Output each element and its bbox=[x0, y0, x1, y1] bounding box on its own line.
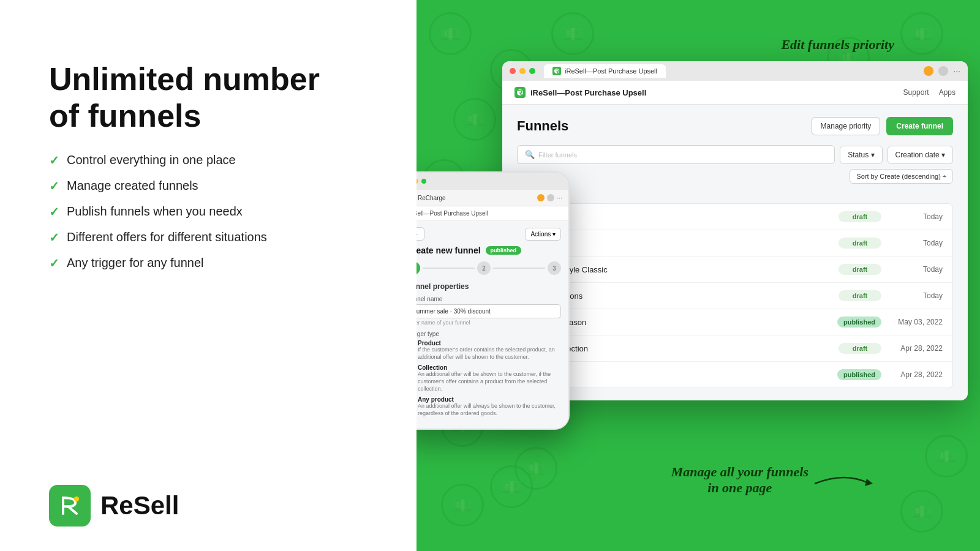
table-row[interactable]: Fairytale draft Today bbox=[518, 230, 952, 257]
funnels-heading: Funnels bbox=[517, 118, 568, 134]
brand-logo bbox=[49, 485, 91, 527]
table-row[interactable]: Turmaline published Apr 28, 2022 bbox=[518, 362, 952, 388]
table-row[interactable]: New collections draft Today bbox=[518, 283, 952, 309]
mobile-action-grey bbox=[547, 194, 554, 201]
money-deco-7: 💵 bbox=[441, 484, 484, 527]
mobile-tab-actions: ··· bbox=[537, 194, 562, 201]
mobile-actions-bar: ← Actions ▾ bbox=[417, 227, 561, 241]
radio-collection[interactable]: Collection An additional offer will be s… bbox=[417, 364, 561, 392]
radio-product[interactable]: Product If the customer's order contains… bbox=[417, 340, 561, 361]
arrow-bottom-svg bbox=[809, 465, 882, 502]
manage-priority-button[interactable]: Manage priority bbox=[812, 117, 881, 135]
browser-dot-yellow bbox=[519, 68, 526, 74]
svg-marker-5 bbox=[865, 479, 873, 486]
date-6: Apr 28, 2022 bbox=[888, 344, 943, 353]
svg-point-0 bbox=[74, 497, 79, 501]
table-row[interactable]: Lullaby collection draft Apr 28, 2022 bbox=[518, 335, 952, 362]
radio-collection-desc: An additional offer will be shown to the… bbox=[418, 371, 561, 392]
mobile-tab-text: ReCharge bbox=[418, 195, 446, 201]
money-deco-3: 💵 bbox=[551, 12, 594, 55]
tab-favicon bbox=[552, 67, 561, 75]
status-badge-2: draft bbox=[839, 238, 881, 249]
money-deco-5: 💵 bbox=[900, 12, 943, 55]
browser-action-dot-orange bbox=[924, 66, 933, 76]
money-deco-4: 💵 bbox=[453, 98, 496, 141]
mobile-shopify-nav: ReSell—Post Purchase Upsell bbox=[417, 206, 568, 221]
date-7: Apr 28, 2022 bbox=[888, 370, 943, 379]
money-deco-16: 💵 bbox=[490, 465, 533, 508]
step-line-1 bbox=[423, 268, 475, 269]
browser-dot-green bbox=[529, 68, 535, 74]
browser-action-dot-grey bbox=[938, 66, 948, 76]
sort-select[interactable]: Sort by Create (descending) ÷ bbox=[850, 169, 953, 184]
right-panel: 💵 💵 💵 💵 💵 💵 💵 💵 💵 💵 💵 💵 💵 💵 💵 💵 Edit fun… bbox=[417, 0, 980, 551]
feature-item-1: ✓ Control everything in one place bbox=[49, 153, 380, 168]
mobile-actions-button[interactable]: Actions ▾ bbox=[525, 228, 561, 241]
mobile-form-name-input[interactable]: Summer sale - 30% discount bbox=[417, 304, 561, 318]
creation-date-filter-button[interactable]: Creation date ▾ bbox=[888, 146, 953, 164]
nav-apps[interactable]: Apps bbox=[939, 88, 956, 97]
funnels-count: 5 funnels bbox=[517, 187, 953, 203]
status-badge-7: published bbox=[837, 369, 881, 380]
resell-logo-icon bbox=[57, 493, 83, 519]
check-icon-2: ✓ bbox=[49, 179, 59, 193]
mobile-section-title: Create new funnel published bbox=[417, 246, 561, 255]
funnel-name-1: Spinel bbox=[527, 212, 832, 222]
date-4: Today bbox=[888, 291, 943, 300]
status-badge-6: draft bbox=[839, 343, 881, 354]
browser-tab[interactable]: iReSell—Post Purchase Upsell bbox=[544, 64, 666, 78]
step-indicator: 1 2 3 bbox=[417, 261, 561, 275]
sort-bar: Sort by Create (descending) ÷ bbox=[517, 169, 953, 184]
mobile-action-orange bbox=[537, 194, 545, 201]
features-list: ✓ Control everything in one place ✓ Mana… bbox=[49, 153, 380, 271]
date-1: Today bbox=[888, 212, 943, 221]
mobile-mockup: ReCharge ··· ReSell—Post Purchase Upsell… bbox=[417, 171, 570, 430]
mobile-content: ← Actions ▾ Create new funnel published … bbox=[417, 221, 568, 429]
status-filter-button[interactable]: Status ▾ bbox=[840, 146, 882, 164]
mobile-back-button[interactable]: ← bbox=[417, 227, 424, 241]
funnel-name-5: Previous season bbox=[527, 318, 831, 327]
funnels-table: Spinel draft Today Fairytale draft Today… bbox=[517, 203, 953, 388]
mobile-section-header: Funnel properties bbox=[417, 282, 561, 291]
mobile-trigger-label: Trigger type bbox=[417, 331, 561, 337]
money-deco-10: 💵 bbox=[925, 435, 968, 478]
status-badge-1: draft bbox=[839, 211, 881, 222]
radio-any-product[interactable]: Any product An additional offer will alw… bbox=[417, 396, 561, 417]
hero-title: Unlimited number of funnels bbox=[49, 61, 380, 135]
filter-bar: 🔍 Filter funnels Status ▾ Creation date … bbox=[517, 145, 953, 164]
funnel-name-7: Turmaline bbox=[527, 370, 831, 380]
create-funnel-button[interactable]: Create funnel bbox=[886, 117, 953, 135]
feature-item-2: ✓ Manage created funnels bbox=[49, 179, 380, 193]
check-icon-5: ✓ bbox=[49, 256, 59, 271]
mobile-form-name-group: Funnel name Summer sale - 30% discount E… bbox=[417, 296, 561, 326]
search-icon: 🔍 bbox=[525, 150, 535, 159]
funnel-name-2: Fairytale bbox=[527, 239, 832, 248]
mobile-titlebar bbox=[417, 173, 568, 190]
mobile-tab-bar: ReCharge ··· bbox=[417, 190, 568, 206]
funnel-name-6: Lullaby collection bbox=[527, 344, 832, 353]
table-row[interactable]: Previous season published May 03, 2022 bbox=[518, 309, 952, 335]
table-row[interactable]: Spinel draft Today bbox=[518, 204, 952, 230]
nav-support[interactable]: Support bbox=[903, 88, 929, 97]
table-row[interactable]: Esmerald style Classic draft Today bbox=[518, 257, 952, 283]
money-deco-9: 💵 bbox=[900, 490, 943, 533]
search-box[interactable]: 🔍 Filter funnels bbox=[517, 145, 835, 164]
mobile-dot-yellow bbox=[417, 179, 418, 184]
check-icon-4: ✓ bbox=[49, 230, 59, 245]
status-badge-5: published bbox=[837, 317, 881, 328]
shopify-nav-left: iReSell—Post Purchase Upsell bbox=[514, 87, 646, 98]
feature-item-5: ✓ Any trigger for any funnel bbox=[49, 256, 380, 271]
browser-dot-red bbox=[510, 68, 516, 74]
money-deco-1: 💵 bbox=[429, 12, 472, 55]
funnel-name-3: Esmerald style Classic bbox=[527, 265, 832, 274]
mobile-trigger-type-group: Trigger type Product If the customer's o… bbox=[417, 331, 561, 418]
step-1: 1 bbox=[417, 261, 420, 275]
left-panel: Unlimited number of funnels ✓ Control ev… bbox=[0, 0, 417, 551]
radio-any-label: Any product bbox=[418, 396, 561, 403]
radio-product-desc: If the customer's order contains the sel… bbox=[418, 347, 561, 361]
date-3: Today bbox=[888, 265, 943, 274]
step-3: 3 bbox=[548, 261, 561, 275]
check-icon-1: ✓ bbox=[49, 153, 59, 168]
browser-more-btn[interactable]: ··· bbox=[953, 66, 960, 76]
mobile-more-btn[interactable]: ··· bbox=[557, 194, 562, 201]
